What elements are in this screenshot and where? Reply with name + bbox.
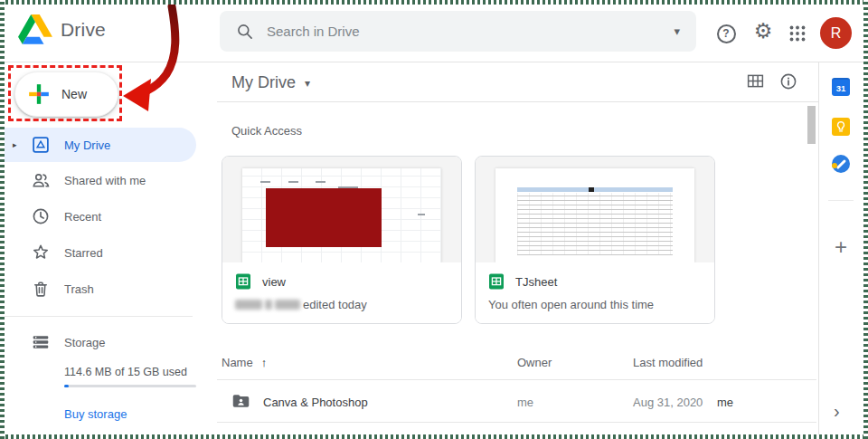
file-subtitle-text: You often open around this time bbox=[488, 298, 654, 311]
star-icon bbox=[31, 243, 51, 262]
my-drive-icon bbox=[31, 135, 51, 155]
storage-icon bbox=[31, 332, 51, 352]
file-name: Canva & Photoshop bbox=[263, 396, 368, 409]
screenshot-border bbox=[863, 0, 868, 439]
search-bar[interactable]: Search in Drive ▾ bbox=[220, 11, 696, 52]
card-footer: TJsheet You often open around this time bbox=[476, 262, 714, 323]
breadcrumb: My Drive ▾ bbox=[231, 73, 310, 92]
apps-grid-icon bbox=[788, 24, 807, 43]
scrollbar-thumb[interactable] bbox=[807, 106, 816, 144]
info-icon bbox=[778, 72, 798, 91]
file-thumbnail bbox=[476, 157, 714, 262]
redacted-text bbox=[265, 300, 272, 310]
storage-progress-fill bbox=[64, 385, 69, 387]
heading-divider bbox=[217, 101, 818, 102]
quick-access-label: Quick Access bbox=[231, 124, 302, 138]
quick-access-card-tjsheet[interactable]: TJsheet You often open around this time bbox=[475, 156, 715, 324]
folder-dropdown-caret-icon[interactable]: ▾ bbox=[305, 77, 310, 90]
annotation-arrow bbox=[107, 2, 197, 124]
settings-button[interactable]: ⚙ bbox=[753, 21, 773, 41]
file-title: TJsheet bbox=[515, 275, 557, 289]
sidebar-item-storage[interactable]: Storage bbox=[5, 326, 196, 358]
tasks-pencil-shape bbox=[836, 158, 846, 168]
apps-grid-button[interactable] bbox=[788, 24, 807, 43]
table-divider bbox=[217, 422, 816, 423]
file-last-modified: Aug 31, 2020 bbox=[633, 396, 703, 409]
new-button-label: New bbox=[61, 87, 87, 101]
google-sheets-icon bbox=[488, 273, 505, 290]
gear-icon: ⚙ bbox=[754, 21, 773, 42]
search-input[interactable]: Search in Drive bbox=[267, 24, 674, 39]
sidebar-divider bbox=[5, 316, 193, 317]
grid-view-button[interactable] bbox=[746, 72, 765, 94]
right-panel-separator bbox=[828, 200, 854, 201]
sidebar-item-recent[interactable]: Recent bbox=[5, 198, 196, 234]
page-title: My Drive bbox=[231, 73, 296, 92]
google-tasks-icon[interactable] bbox=[832, 155, 850, 173]
add-addon-button[interactable]: + bbox=[830, 234, 852, 260]
help-button[interactable]: ? bbox=[716, 24, 736, 43]
sidebar-item-shared-with-me[interactable]: Shared with me bbox=[5, 162, 196, 198]
account-avatar[interactable]: R bbox=[820, 17, 852, 49]
google-drive-window: Drive Search in Drive ▾ ? ⚙ R bbox=[0, 0, 868, 439]
google-keep-icon[interactable] bbox=[832, 118, 850, 136]
column-header-owner[interactable]: Owner bbox=[517, 356, 552, 369]
redacted-chart-area bbox=[266, 188, 382, 248]
table-divider bbox=[217, 379, 816, 380]
sidebar-nav: ▸ My Drive Shared with me bbox=[5, 128, 196, 307]
google-sheets-icon bbox=[235, 273, 251, 290]
sidebar-item-starred[interactable]: Starred bbox=[5, 234, 196, 271]
sidebar-item-label: Recent bbox=[64, 210, 101, 224]
clock-icon bbox=[31, 206, 51, 226]
details-button[interactable] bbox=[778, 72, 798, 95]
storage-label: Storage bbox=[64, 336, 106, 349]
search-icon bbox=[236, 23, 254, 41]
expand-panel-chevron-icon[interactable]: › bbox=[834, 401, 840, 422]
new-plus-icon bbox=[27, 82, 51, 106]
expand-caret-icon[interactable]: ▸ bbox=[13, 140, 17, 149]
redacted-text bbox=[235, 300, 262, 310]
help-icon: ? bbox=[717, 24, 736, 43]
shared-folder-icon bbox=[231, 393, 250, 412]
sort-ascending-icon: ↑ bbox=[261, 356, 268, 369]
file-title: view bbox=[262, 275, 286, 289]
sidebar-item-label: My Drive bbox=[64, 138, 110, 152]
screenshot-border bbox=[0, 0, 5, 439]
screenshot-border bbox=[0, 0, 868, 5]
storage-progress-bar bbox=[64, 385, 196, 387]
search-options-caret-icon[interactable]: ▾ bbox=[674, 24, 680, 38]
people-icon bbox=[31, 170, 51, 190]
column-header-name[interactable]: Name↑ bbox=[222, 356, 267, 369]
screenshot-border bbox=[0, 434, 868, 439]
sidebar-item-label: Starred bbox=[64, 246, 103, 260]
sidebar-item-label: Shared with me bbox=[64, 174, 146, 187]
file-thumbnail bbox=[222, 157, 461, 262]
topbar-divider bbox=[5, 62, 863, 62]
file-owner: me bbox=[517, 396, 533, 409]
redacted-text bbox=[275, 300, 300, 310]
right-panel-divider bbox=[818, 62, 819, 434]
sidebar-item-label: Trash bbox=[64, 282, 94, 296]
new-button[interactable]: New bbox=[14, 72, 118, 117]
tasks-dot-shape bbox=[832, 163, 837, 168]
card-footer: view edited today bbox=[222, 262, 461, 323]
buy-storage-link[interactable]: Buy storage bbox=[64, 407, 127, 421]
grid-view-icon bbox=[746, 72, 765, 91]
file-modified-by: me bbox=[717, 396, 733, 409]
quick-access-card-view[interactable]: view edited today bbox=[222, 156, 462, 324]
column-header-last-modified[interactable]: Last modified bbox=[633, 356, 703, 369]
app-title: Drive bbox=[61, 19, 106, 41]
drive-logo-icon bbox=[18, 14, 52, 44]
sidebar-item-my-drive[interactable]: ▸ My Drive bbox=[5, 128, 196, 162]
drive-logo[interactable]: Drive bbox=[18, 14, 106, 44]
file-subtitle-text: edited today bbox=[303, 298, 367, 311]
sidebar-item-trash[interactable]: Trash bbox=[5, 271, 196, 307]
trash-icon bbox=[31, 279, 51, 299]
google-calendar-icon[interactable]: 31 bbox=[832, 78, 850, 96]
file-subtitle: edited today bbox=[235, 298, 448, 311]
storage-usage-text: 114.6 MB of 15 GB used bbox=[64, 366, 187, 378]
